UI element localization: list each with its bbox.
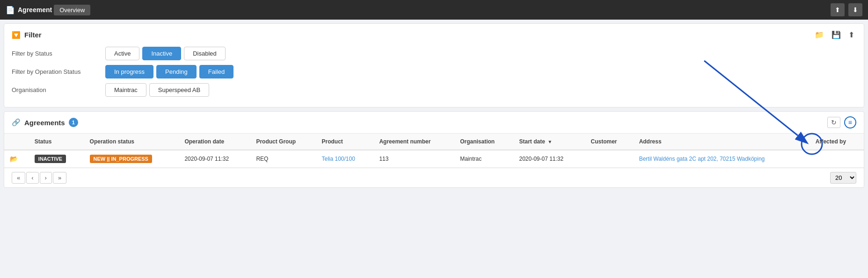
agreements-header: 🔗 Agreements 1 ↻ ≡ — [4, 112, 864, 134]
agreements-icon: 🔗 — [12, 118, 21, 127]
pagination-row: « ‹ › » 20 50 100 — [4, 168, 864, 187]
col-product: Product — [316, 134, 373, 150]
filter-operation-inprogress[interactable]: In progress — [105, 65, 153, 78]
row-status: INACTIVE — [29, 150, 84, 168]
filter-title: 🔽 Filter — [12, 31, 42, 39]
row-agreement-number: 113 — [373, 150, 454, 168]
row-address: Bertil Waldéns gata 2C apt 202, 70215 Wa… — [634, 150, 810, 168]
row-organisation: Maintrac — [454, 150, 513, 168]
table-row: 📂 INACTIVE NEW || IN_PROGRESS 2020-09-07… — [4, 150, 864, 168]
pagination-buttons: « ‹ › » — [12, 172, 66, 184]
address-link[interactable]: Bertil Waldéns gata 2C apt 202, 70215 Wa… — [639, 156, 765, 162]
top-navbar: 📄 Agreement Overview ⬆ ⬇ — [0, 0, 868, 20]
col-expand — [4, 134, 29, 150]
app-title: Agreement — [18, 6, 52, 14]
sort-arrow-icon: ▼ — [547, 139, 552, 144]
row-affected-by — [810, 150, 864, 168]
col-address: Address — [634, 134, 810, 150]
col-operation-status: Operation status — [84, 134, 179, 150]
row-customer — [585, 150, 634, 168]
filter-operation-label: Filter by Operation Status — [12, 68, 105, 75]
agreements-count-badge: 1 — [69, 118, 78, 127]
upload-button[interactable]: ⬆ — [831, 3, 845, 16]
col-customer: Customer — [585, 134, 634, 150]
filter-header: 🔽 Filter 📁 💾 ⬆ — [12, 29, 856, 40]
row-product: Telia 100/100 — [316, 150, 373, 168]
app-logo: 📄 Agreement — [6, 6, 52, 14]
col-agreement-number: Agreement number — [373, 134, 454, 150]
filter-folder-button[interactable]: 📁 — [813, 29, 826, 40]
filter-status-active[interactable]: Active — [105, 47, 139, 60]
agreement-icon: 📄 — [6, 6, 15, 14]
filter-operation-buttons: In progress Pending Failed — [105, 65, 233, 78]
folder-open-icon: 📂 — [10, 155, 18, 163]
filter-operation-pending[interactable]: Pending — [156, 65, 197, 78]
filter-upload-button[interactable]: ⬆ — [846, 29, 856, 40]
table-header-row: Status Operation status Operation date P… — [4, 134, 864, 150]
col-affected-by: Affected by — [810, 134, 864, 150]
filter-operation-row: Filter by Operation Status In progress P… — [12, 65, 856, 78]
agreements-actions: ↻ ≡ — [827, 116, 856, 128]
filter-status-buttons: Active Inactive Disabled — [105, 47, 226, 60]
row-operation-status: NEW || IN_PROGRESS — [84, 150, 179, 168]
filter-header-actions: 📁 💾 ⬆ — [813, 29, 856, 40]
col-organisation: Organisation — [454, 134, 513, 150]
filter-status-disabled[interactable]: Disabled — [184, 47, 226, 60]
filter-funnel-icon: 🔽 — [12, 31, 21, 39]
filter-label: Filter — [24, 31, 42, 39]
col-product-group: Product Group — [250, 134, 316, 150]
top-nav-left: 📄 Agreement Overview — [6, 5, 90, 15]
row-start-date: 2020-09-07 11:32 — [513, 150, 585, 168]
row-product-group: REQ — [250, 150, 316, 168]
row-operation-date: 2020-09-07 11:32 — [179, 150, 250, 168]
pagination-last[interactable]: » — [53, 172, 66, 184]
top-nav-right: ⬆ ⬇ — [831, 3, 862, 16]
filter-org-maintrac[interactable]: Maintrac — [105, 83, 146, 97]
col-operation-date: Operation date — [179, 134, 250, 150]
per-page-wrapper: 20 50 100 — [830, 172, 856, 184]
filter-org-superspeed[interactable]: Superspeed AB — [149, 83, 209, 97]
filter-status-inactive[interactable]: Inactive — [142, 47, 181, 60]
pagination-next[interactable]: › — [40, 172, 52, 184]
columns-button[interactable]: ≡ — [844, 116, 856, 128]
filter-section: 🔽 Filter 📁 💾 ⬆ Filter by Status Active I… — [4, 23, 864, 107]
filter-organisation-label: Organisation — [12, 86, 105, 93]
row-expand-icon[interactable]: 📂 — [4, 150, 29, 168]
agreements-table: Status Operation status Operation date P… — [4, 134, 864, 168]
col-start-date: Start date ▼ — [513, 134, 585, 150]
filter-save-button[interactable]: 💾 — [830, 29, 843, 40]
status-badge: INACTIVE — [35, 155, 66, 163]
product-link[interactable]: Telia 100/100 — [321, 156, 355, 162]
agreements-section: 🔗 Agreements 1 ↻ ≡ Status Operation stat… — [4, 111, 864, 188]
filter-status-row: Filter by Status Active Inactive Disable… — [12, 47, 856, 60]
filter-status-label: Filter by Status — [12, 50, 105, 57]
op-status-badge: NEW || IN_PROGRESS — [90, 155, 152, 163]
pagination-first[interactable]: « — [12, 172, 25, 184]
refresh-button[interactable]: ↻ — [827, 117, 840, 128]
filter-organisation-buttons: Maintrac Superspeed AB — [105, 83, 209, 97]
per-page-select[interactable]: 20 50 100 — [830, 172, 856, 184]
agreements-title-text: Agreements — [24, 119, 65, 127]
overview-tab[interactable]: Overview — [54, 5, 90, 15]
download-button[interactable]: ⬇ — [848, 3, 862, 16]
filter-organisation-row: Organisation Maintrac Superspeed AB — [12, 83, 856, 97]
pagination-prev[interactable]: ‹ — [26, 172, 38, 184]
filter-operation-failed[interactable]: Failed — [199, 65, 233, 78]
agreements-title: 🔗 Agreements 1 — [12, 118, 78, 127]
col-status: Status — [29, 134, 84, 150]
